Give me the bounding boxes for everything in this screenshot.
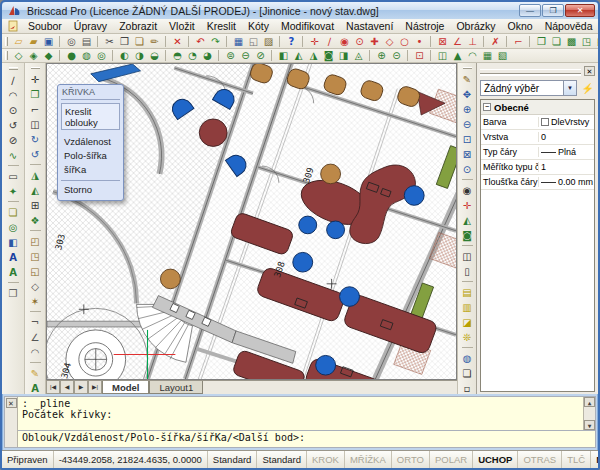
- menu-nastaveni[interactable]: Nastavení: [340, 19, 399, 33]
- menu-obrazky[interactable]: Obrázky: [450, 19, 501, 33]
- status-model1[interactable]: MODEL1: [591, 451, 600, 468]
- menu-napoveda[interactable]: Nápověda: [539, 19, 599, 33]
- mesh-grid-icon[interactable]: ▦: [480, 49, 495, 62]
- command-scrollbar[interactable]: ▲ ▼: [583, 397, 595, 430]
- snap-marker-icon[interactable]: ✛: [307, 35, 322, 48]
- rectangle-icon[interactable]: ▭: [6, 169, 21, 184]
- match-properties-icon[interactable]: ✏: [147, 35, 162, 48]
- array-icon[interactable]: ⊞: [28, 198, 43, 213]
- stretch-icon[interactable]: ◭: [28, 183, 43, 198]
- menu-nastroje[interactable]: Nástroje: [399, 19, 450, 33]
- property-value[interactable]: 1: [539, 162, 594, 172]
- move-icon[interactable]: ✛: [28, 72, 43, 87]
- menu-okno[interactable]: Okno: [502, 19, 539, 33]
- status-krok[interactable]: KROK: [307, 451, 345, 468]
- snap-endpoint-icon[interactable]: ∕: [322, 35, 337, 48]
- dome-icon[interactable]: ◠: [465, 49, 480, 62]
- redline-icon[interactable]: ✎: [460, 72, 475, 87]
- rotate-icon[interactable]: ↻: [28, 132, 43, 147]
- quick-select-icon[interactable]: ⚡: [580, 81, 595, 96]
- chevron-down-icon[interactable]: ▼: [563, 81, 576, 95]
- menu-upravy[interactable]: Úpravy: [68, 19, 113, 33]
- view-3d-icon[interactable]: ◭: [460, 213, 475, 228]
- status-coordinates[interactable]: -43449.2058, 21824.4635, 0.0000: [54, 451, 208, 468]
- snap-clear-icon[interactable]: ⊠: [435, 35, 450, 48]
- zoom-extents-icon[interactable]: ⊠: [460, 147, 475, 162]
- render-ball-icon[interactable]: ◍: [79, 49, 94, 62]
- help-icon[interactable]: ?: [284, 35, 299, 48]
- tab-prev-button[interactable]: ◀: [60, 381, 74, 394]
- solid-cylinder-icon[interactable]: ◨: [336, 49, 351, 62]
- toolbar-grip[interactable]: [5, 51, 8, 60]
- layer-freeze-icon[interactable]: ❊: [460, 330, 475, 345]
- mesh-icon[interactable]: ◫: [435, 49, 450, 62]
- drawing-canvas[interactable]: 303 304 308 309 KŘIVKA Kreslit obloukyVz…: [46, 63, 457, 380]
- mirror-icon[interactable]: ◫: [28, 117, 43, 132]
- toolbar-grip[interactable]: [31, 67, 40, 69]
- menu-zobrazit[interactable]: Zobrazit: [113, 19, 163, 33]
- donut-icon[interactable]: ◎: [6, 220, 21, 235]
- pm-sirka[interactable]: šířKa: [61, 162, 120, 176]
- viewports-icon[interactable]: ◫: [460, 249, 475, 264]
- subtract-icon[interactable]: ⊝: [389, 49, 404, 62]
- toolbar-grip[interactable]: [9, 67, 18, 70]
- text-icon[interactable]: A: [6, 250, 21, 265]
- tab-layout1[interactable]: Layout1: [149, 381, 203, 394]
- maximize-button[interactable]: ❒: [542, 4, 564, 17]
- status-orto[interactable]: ORTO: [392, 451, 430, 468]
- zoom-in-icon[interactable]: ⊕: [460, 102, 475, 117]
- solid-wedge-icon[interactable]: ◭: [291, 49, 306, 62]
- region-coin-icon[interactable]: ⊜: [223, 49, 238, 62]
- landscape-icon[interactable]: ◓: [170, 49, 185, 62]
- block-save-icon[interactable]: ◰: [594, 35, 600, 48]
- annotate-icon[interactable]: A: [28, 381, 43, 396]
- line-icon[interactable]: ∕: [6, 73, 21, 88]
- delete-icon[interactable]: ✕: [170, 35, 185, 48]
- section-obecne[interactable]: − Obecné: [481, 100, 594, 115]
- solid-torus-icon[interactable]: ◬: [351, 49, 366, 62]
- close-icon[interactable]: ✕: [6, 398, 17, 408]
- tab-model[interactable]: Model: [102, 381, 149, 394]
- panel-grip[interactable]: [480, 69, 581, 74]
- layers-dialog-icon[interactable]: ▦: [231, 35, 246, 48]
- rotate-copy-icon[interactable]: ↺: [28, 147, 43, 162]
- tab-last-button[interactable]: ▶|: [88, 381, 102, 394]
- background-icon[interactable]: ◔: [185, 49, 200, 62]
- erase-icon[interactable]: ◇: [28, 279, 43, 294]
- materials-icon[interactable]: ◐: [117, 49, 132, 62]
- tab-first-button[interactable]: |◀: [46, 381, 60, 394]
- menu-koty[interactable]: Kóty: [242, 19, 275, 33]
- pm-kreslit-oblouky[interactable]: Kreslit oblouky: [61, 103, 120, 130]
- paste-icon[interactable]: ❏: [132, 35, 147, 48]
- polar-tracking-icon[interactable]: ⌐: [511, 35, 526, 48]
- status-text-style[interactable]: Standard: [208, 451, 258, 468]
- intersect-dice-icon[interactable]: ⊡: [412, 49, 427, 62]
- shade-gouraud-icon[interactable]: ◆: [41, 49, 56, 62]
- extrude-coin-icon[interactable]: ⊖: [238, 49, 253, 62]
- status-mrizka[interactable]: MŘÍŽKA: [345, 451, 392, 468]
- shade-2d-icon[interactable]: ◇: [11, 49, 26, 62]
- snap-nearest-icon[interactable]: ∠: [450, 35, 465, 48]
- color-swatch[interactable]: [541, 118, 549, 126]
- render-sphere-icon[interactable]: ●: [64, 49, 79, 62]
- panel-close-icon[interactable]: ✕: [584, 66, 595, 76]
- document-icon[interactable]: [7, 20, 19, 32]
- tab-next-button[interactable]: ▶: [74, 381, 88, 394]
- property-value[interactable]: 0.00 mm: [539, 177, 594, 187]
- fog-icon[interactable]: ◕: [200, 49, 215, 62]
- solid-cone-icon[interactable]: ◮: [306, 49, 321, 62]
- layer-new-icon[interactable]: ▤: [460, 285, 475, 300]
- polyline-icon[interactable]: ❏: [6, 205, 21, 220]
- pyramid-icon[interactable]: ▲: [450, 49, 465, 62]
- arc-3pt-icon[interactable]: ↺: [6, 118, 21, 133]
- pm-polo-sirka[interactable]: Polo-šířka: [61, 148, 120, 162]
- save-icon[interactable]: ▣: [41, 35, 56, 48]
- status-dim-style[interactable]: Standard: [257, 451, 307, 468]
- property-value[interactable]: 0: [539, 132, 594, 142]
- ucs-icon[interactable]: ✛: [460, 198, 475, 213]
- view-eye-icon[interactable]: ◉: [460, 183, 475, 198]
- command-input[interactable]: Oblouk/Vzdálenost/Polo-šířka/šířKa/<Dalš…: [18, 431, 595, 447]
- close-button[interactable]: ✕: [565, 4, 595, 17]
- misc-small-icon[interactable]: ▫: [460, 381, 475, 396]
- menu-soubor[interactable]: Soubor: [22, 19, 68, 33]
